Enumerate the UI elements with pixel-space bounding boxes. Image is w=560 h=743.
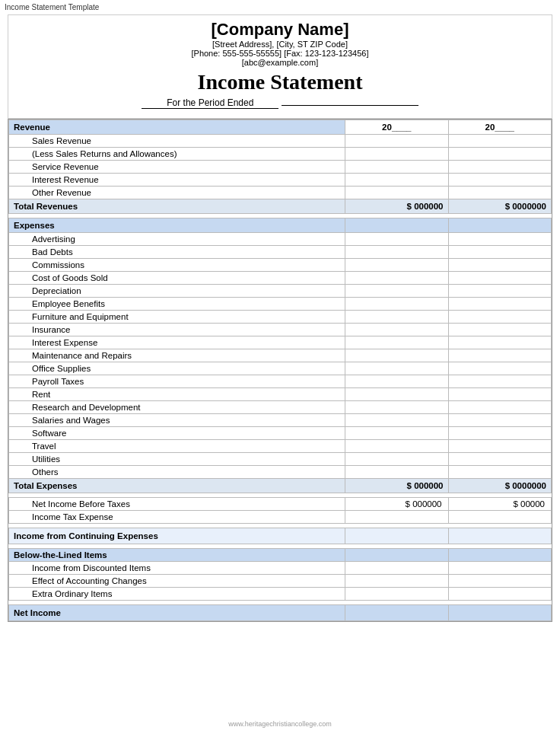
revenue-item-2-val1 [345,148,448,161]
watermark: www.heritagechristiancollege.com [228,720,332,728]
revenue-item-4-val1 [345,174,448,187]
expense-office-supplies: Office Supplies [9,362,345,375]
below-item-2-val1 [345,575,448,588]
expense-office-supplies-val2 [448,362,551,375]
expense-interest-val2 [448,336,551,349]
below-item-1-val1 [345,562,448,575]
income-tax-expense-label: Income Tax Expense [9,511,345,524]
expense-payroll-val1 [345,375,448,388]
income-continuing-val1 [345,528,448,544]
net-income-before-taxes-val2: $ 00000 [448,498,551,511]
expense-commissions-val1 [345,259,448,272]
expenses-col2 [448,218,551,233]
total-expenses-val2: $ 0000000 [448,479,551,493]
expense-payroll: Payroll Taxes [9,375,345,388]
expense-software-val1 [345,427,448,440]
below-item-2-val2 [448,575,551,588]
year-col1-header: 20____ [345,120,448,135]
period-label: For the Period Ended [24,97,536,109]
expense-depreciation-val1 [345,285,448,298]
expense-insurance-val1 [345,324,448,336]
expense-cogs: Cost of Goods Sold [9,272,345,285]
expense-cogs-val1 [345,272,448,285]
table-row: (Less Sales Returns and Allowances) [9,148,552,161]
table-row: Sales Revenue [9,135,552,148]
revenue-item-3-val2 [448,161,551,174]
expense-rd-val2 [448,401,551,414]
revenue-item-3-val1 [345,161,448,174]
expense-utilities-val1 [345,453,448,466]
email: [abc@example.com] [24,58,536,67]
table-row: Utilities [9,453,552,466]
revenue-item-2: (Less Sales Returns and Allowances) [9,148,345,161]
expense-rd: Research and Development [9,401,345,414]
revenue-item-3: Service Revenue [9,161,345,174]
income-continuing-label: Income from Continuing Expenses [9,528,345,544]
expense-others-val2 [448,466,551,479]
expense-employee-benefits-val1 [345,298,448,311]
revenue-section-header: Revenue 20____ 20____ [9,120,552,135]
year-col2-header: 20____ [448,120,551,135]
expense-others: Others [9,466,345,479]
expense-travel-val1 [345,440,448,453]
net-income-before-taxes-row: Net Income Before Taxes $ 000000 $ 00000 [9,498,552,511]
expense-rent-val2 [448,388,551,401]
below-item-1-val2 [448,562,551,575]
table-row: Office Supplies [9,362,552,375]
income-continuing-row: Income from Continuing Expenses [9,528,552,544]
table-row: Research and Development [9,401,552,414]
below-item-1: Income from Discounted Items [9,562,345,575]
expense-cogs-val2 [448,272,551,285]
expense-office-supplies-val1 [345,362,448,375]
below-item-3: Extra Ordinary Items [9,588,345,601]
table-row: Salaries and Wages [9,414,552,427]
revenue-item-1-val2 [448,135,551,148]
expense-commissions: Commissions [9,259,345,272]
net-income-val2 [448,605,551,621]
expense-rent-val1 [345,388,448,401]
revenue-item-5-val2 [448,187,551,199]
table-row: Software [9,427,552,440]
phone-fax: [Phone: 555-555-55555] [Fax: 123-123-123… [24,49,536,58]
table-row: Insurance [9,324,552,336]
expense-advertising-val2 [448,233,551,246]
table-row: Depreciation [9,285,552,298]
page-label: Income Statement Template [0,0,560,14]
expense-travel: Travel [9,440,345,453]
expenses-section-header: Expenses [9,218,552,233]
below-item-3-val1 [345,588,448,601]
expense-employee-benefits: Employee Benefits [9,298,345,311]
expense-bad-debts-val1 [345,246,448,259]
below-the-line-label: Below-the-Lined Items [9,549,345,562]
table-row: Commissions [9,259,552,272]
expense-depreciation: Depreciation [9,285,345,298]
company-name: [Company Name] [24,20,536,40]
total-expenses-val1: $ 000000 [345,479,448,493]
expense-depreciation-val2 [448,285,551,298]
expenses-col1 [345,218,448,233]
table-row: Travel [9,440,552,453]
expense-advertising: Advertising [9,233,345,246]
table-row: Employee Benefits [9,298,552,311]
expense-furniture-val2 [448,311,551,324]
income-tax-expense-val1 [345,511,448,524]
below-the-line-header: Below-the-Lined Items [9,549,552,562]
table-row: Extra Ordinary Items [9,588,552,601]
table-row: Cost of Goods Sold [9,272,552,285]
below-item-3-val2 [448,588,551,601]
expense-insurance: Insurance [9,324,345,336]
total-revenues-val2: $ 0000000 [448,199,551,214]
expense-software: Software [9,427,345,440]
expense-furniture-val1 [345,311,448,324]
table-row: Service Revenue [9,161,552,174]
expenses-label: Expenses [9,218,345,233]
revenue-item-4: Interest Revenue [9,174,345,187]
below-col1 [345,549,448,562]
revenue-item-4-val2 [448,174,551,187]
expense-maintenance: Maintenance and Repairs [9,349,345,362]
below-col2 [448,549,551,562]
net-income-label: Net Income [9,605,345,621]
revenue-item-2-val2 [448,148,551,161]
net-income-val1 [345,605,448,621]
table-row: Income from Discounted Items [9,562,552,575]
